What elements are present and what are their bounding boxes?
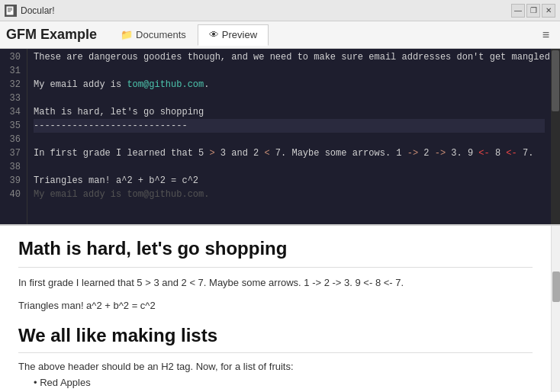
tab-documents[interactable]: 📁 Documents <box>109 24 198 46</box>
app-icon <box>5 5 17 17</box>
documents-icon: 📁 <box>121 29 133 40</box>
tab-preview[interactable]: 👁 Preview <box>198 24 269 46</box>
app-title: GFM Example <box>6 27 97 43</box>
title-bar: Docular! — ❐ ✕ <box>0 0 560 21</box>
preview-panel: Math is hard, let's go shopping In first… <box>0 224 560 392</box>
preview-scroll-thumb[interactable] <box>552 272 560 302</box>
editor-scroll-thumb[interactable] <box>552 50 559 111</box>
lists-divider <box>18 352 533 353</box>
editor-panel[interactable]: 3031323334353637383940 These are dangero… <box>0 49 560 224</box>
toolbar: GFM Example 📁 Documents 👁 Preview ≡ <box>0 21 560 49</box>
lists-intro: The above header should be an H2 tag. No… <box>18 361 533 372</box>
code-editor[interactable]: These are dangerous goodies though, and … <box>27 49 551 224</box>
triangles-text: Triangles man! a^2 + b^2 = c^2 <box>18 298 533 313</box>
menu-button[interactable]: ≡ <box>538 25 554 45</box>
tab-documents-label: Documents <box>136 29 186 40</box>
restore-button[interactable]: ❐ <box>526 4 540 18</box>
preview-scrollbar[interactable] <box>551 226 560 392</box>
window-controls: — ❐ ✕ <box>511 4 555 18</box>
bullet: • <box>34 377 40 388</box>
window-title: Docular! <box>21 5 511 16</box>
math-divider <box>18 267 533 268</box>
line-numbers: 3031323334353637383940 <box>0 49 27 224</box>
close-button[interactable]: ✕ <box>542 4 555 18</box>
main-area: 3031323334353637383940 These are dangero… <box>0 49 560 392</box>
minimize-button[interactable]: — <box>511 4 525 18</box>
list-item-apples: • Red Apples <box>34 377 533 388</box>
math-paragraph: In first grade I learned that 5 > 3 and … <box>18 275 533 291</box>
svg-rect-0 <box>6 6 14 15</box>
lists-heading: We all like making lists <box>18 325 533 346</box>
math-heading: Math is hard, let's go shopping <box>18 238 533 259</box>
tab-preview-label: Preview <box>222 29 257 40</box>
preview-content: Math is hard, let's go shopping In first… <box>0 226 551 392</box>
preview-icon: 👁 <box>209 29 219 40</box>
editor-scrollbar[interactable] <box>551 49 560 224</box>
